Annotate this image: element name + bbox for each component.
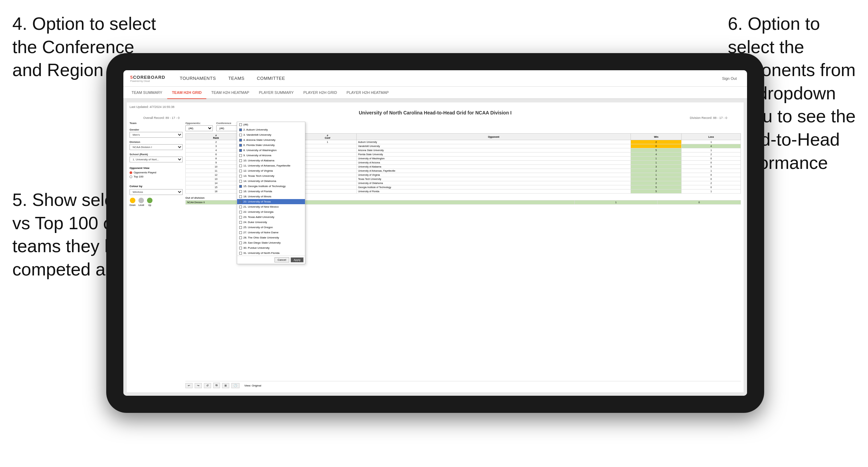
nav-tournaments[interactable]: TOURNAMENTS bbox=[173, 70, 222, 87]
copy-button[interactable]: ⧉ bbox=[213, 383, 220, 388]
colour-up-label: Up bbox=[148, 204, 151, 206]
redo-button[interactable]: ↪ bbox=[195, 383, 202, 388]
main-content: Last Updated: 4/7/2024 16:55:38 Universi… bbox=[123, 99, 747, 396]
cell-conf: 1 bbox=[298, 140, 357, 144]
dropdown-item[interactable]: 22. University of Georgia bbox=[237, 209, 305, 214]
cell-conf bbox=[298, 148, 357, 152]
apply-button[interactable]: Apply bbox=[291, 257, 304, 262]
nav-committee[interactable]: COMMITTEE bbox=[250, 70, 291, 87]
cell-win: 2 bbox=[631, 140, 682, 144]
dropdown-item[interactable]: 29. San Diego State University bbox=[237, 240, 305, 245]
dropdown-item-label: 3. Vanderbilt University bbox=[243, 133, 271, 136]
dropdown-item[interactable]: 14. University of Oklahoma bbox=[237, 179, 305, 184]
dropdown-checkbox bbox=[239, 221, 242, 224]
cell-opponent: University of Virginia bbox=[357, 173, 631, 177]
cell-win: 2 bbox=[631, 181, 682, 185]
cancel-button[interactable]: Cancel bbox=[274, 257, 289, 262]
subnav-player-h2h-grid[interactable]: PLAYER H2H GRID bbox=[298, 87, 342, 99]
dropdown-item[interactable]: 9. University of Arizona bbox=[237, 153, 305, 158]
subnav-player-h2h-heatmap[interactable]: PLAYER H2H HEATMAP bbox=[342, 87, 393, 99]
dropdown-item[interactable]: 10. University of Alabama bbox=[237, 158, 305, 163]
refresh-button[interactable]: ↺ bbox=[204, 383, 211, 388]
clock-button[interactable]: 🕐 bbox=[231, 383, 240, 388]
left-panel: Team Gender Men's Division NCAA Division… bbox=[130, 122, 183, 390]
dropdown-checkbox bbox=[239, 139, 242, 142]
dropdown-checkbox bbox=[239, 149, 242, 152]
radio-top100[interactable]: Top 100 bbox=[130, 175, 183, 178]
dropdown-item[interactable]: 13. Texas Tech University bbox=[237, 173, 305, 179]
school-select[interactable]: 1. University of Nort... bbox=[130, 157, 183, 162]
dropdown-item[interactable]: 16. University of Florida bbox=[237, 189, 305, 194]
gender-select[interactable]: Men's bbox=[130, 132, 183, 138]
colour-select[interactable]: Win/loss bbox=[130, 189, 183, 195]
dropdown-item-label: 27. University of Notre Dame bbox=[243, 231, 279, 234]
subnav-team-h2h-grid[interactable]: TEAM H2H GRID bbox=[167, 87, 207, 99]
dropdown-item-label: 10. University of Alabama bbox=[243, 159, 274, 162]
dropdown-checkbox bbox=[239, 164, 242, 167]
subnav-player-summary[interactable]: PLAYER SUMMARY bbox=[254, 87, 298, 99]
last-updated: Last Updated: 4/7/2024 16:55:38 bbox=[130, 105, 174, 109]
nav-teams[interactable]: TEAMS bbox=[222, 70, 250, 87]
dropdown-item[interactable]: 23. Texas A&M University bbox=[237, 214, 305, 220]
filter-opponent: Opponent (All) (All)2. Auburn University… bbox=[278, 122, 305, 131]
dropdown-item-label: 25. University of Oregon bbox=[243, 226, 273, 229]
cell-win: 1 bbox=[631, 173, 682, 177]
dropdown-checkbox bbox=[239, 180, 242, 183]
subnav-team-h2h-heatmap[interactable]: TEAM H2H HEATMAP bbox=[206, 87, 254, 99]
cell-loss: 0 bbox=[682, 161, 741, 165]
dropdown-item[interactable]: 4. Arizona State University bbox=[237, 137, 305, 143]
dropdown-item[interactable]: 20. University of Texas bbox=[237, 199, 305, 204]
cell-conf bbox=[298, 177, 357, 181]
col-opponent: Opponent bbox=[357, 134, 631, 140]
dropdown-checkbox bbox=[239, 134, 242, 136]
dropdown-item-label: 6. Florida State University bbox=[243, 144, 275, 147]
subnav-team-summary[interactable]: TEAM SUMMARY bbox=[127, 87, 167, 99]
cell-win: 1 bbox=[631, 161, 682, 165]
cell-conf bbox=[298, 181, 357, 185]
dropdown-item[interactable]: (All) bbox=[237, 122, 305, 127]
dropdown-item[interactable]: 3. Vanderbilt University bbox=[237, 132, 305, 137]
dropdown-checkbox bbox=[239, 252, 242, 255]
dropdown-item[interactable]: 31. University of North Florida bbox=[237, 250, 305, 256]
cell-opponent: Vanderbilt University bbox=[357, 144, 631, 148]
opponent-dropdown[interactable]: (All)2. Auburn University3. Vanderbilt U… bbox=[237, 122, 305, 264]
dropdown-checkbox bbox=[239, 144, 242, 147]
dropdown-item[interactable]: 30. Purdue University bbox=[237, 245, 305, 250]
dropdown-item[interactable]: 2. Auburn University bbox=[237, 127, 305, 132]
division-select[interactable]: NCAA Division I bbox=[130, 144, 183, 150]
tablet: 5COREBOARD Powered by Cloud TOURNAMENTS … bbox=[106, 53, 764, 413]
dropdown-item[interactable]: 6. Florida State University bbox=[237, 143, 305, 148]
cell-loss: 0 bbox=[682, 177, 741, 181]
colour-dot-down bbox=[130, 198, 135, 203]
cell-conf bbox=[298, 161, 357, 165]
out-division-loss: 0 bbox=[658, 200, 741, 205]
team-label: Team bbox=[130, 122, 183, 125]
dropdown-item[interactable]: 21. University of New Mexico bbox=[237, 204, 305, 209]
cell-conf bbox=[298, 165, 357, 169]
division-record: Division Record: 88 - 17 - 0 bbox=[690, 116, 727, 120]
dropdown-item[interactable]: 8. University of Washington bbox=[237, 148, 305, 153]
radio-opponents-played[interactable]: Opponents Played bbox=[130, 171, 183, 174]
grid-button[interactable]: ⊞ bbox=[222, 383, 229, 388]
dropdown-item-label: 29. San Diego State University bbox=[243, 241, 281, 244]
filter-opponents-select[interactable]: (All) bbox=[185, 125, 213, 131]
dropdown-item[interactable]: 25. University of Oregon bbox=[237, 225, 305, 230]
dropdown-item[interactable]: 15. Georgia Institute of Technology bbox=[237, 184, 305, 189]
dropdown-item[interactable]: 28. The Ohio State University bbox=[237, 235, 305, 240]
dropdown-checkbox bbox=[239, 170, 242, 172]
dropdown-item-label: 28. The Ohio State University bbox=[243, 236, 279, 239]
cell-opponent: Georgia Institute of Technology bbox=[357, 185, 631, 189]
dropdown-item[interactable]: 18. University of Illinois bbox=[237, 194, 305, 199]
report-subtitle: Overall Record: 89 - 17 - 0 Division Rec… bbox=[130, 116, 741, 120]
nav-signout[interactable]: Sign Out bbox=[719, 76, 740, 81]
dropdown-item-label: 21. University of New Mexico bbox=[243, 205, 279, 208]
col-loss: Loss bbox=[682, 134, 741, 140]
cell-loss: 2 bbox=[682, 152, 741, 157]
undo-button[interactable]: ↩ bbox=[185, 383, 193, 388]
colour-down: Down bbox=[130, 198, 136, 206]
dropdown-item[interactable]: 27. University of Notre Dame bbox=[237, 230, 305, 235]
cell-conf bbox=[298, 173, 357, 177]
dropdown-item[interactable]: 11. University of Arkansas, Fayetteville bbox=[237, 163, 305, 168]
dropdown-item[interactable]: 12. University of Virginia bbox=[237, 168, 305, 173]
dropdown-item[interactable]: 24. Duke University bbox=[237, 220, 305, 225]
